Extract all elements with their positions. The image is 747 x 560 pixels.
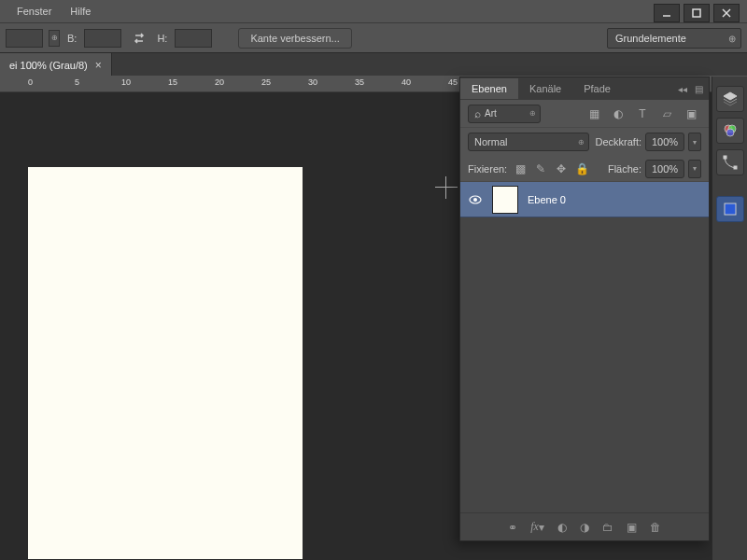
height-input[interactable] — [175, 29, 212, 48]
group-icon[interactable]: 🗀 — [602, 521, 613, 534]
filter-shape-icon[interactable]: ▱ — [656, 105, 677, 123]
ruler-tick: 45 — [448, 77, 458, 87]
panel-tabs: Ebenen Kanäle Pfade ◂◂ ▤ — [460, 77, 709, 100]
channels-dock-icon[interactable] — [716, 118, 744, 144]
blend-mode-dropdown[interactable]: Normal — [468, 133, 589, 151]
color-dock-icon[interactable] — [716, 196, 744, 222]
fill-dropdown-arrow[interactable]: ▾ — [688, 160, 701, 178]
layer-thumbnail[interactable] — [492, 186, 518, 214]
document-canvas[interactable] — [28, 167, 303, 559]
opacity-dropdown-arrow[interactable]: ▾ — [688, 133, 701, 151]
ruler-tick: 0 — [28, 77, 33, 87]
layer-list: Ebene 0 — [460, 182, 709, 512]
ruler-tick: 10 — [121, 77, 131, 87]
opacity-label: Deckkraft: — [595, 136, 641, 147]
ruler-tick: 40 — [402, 77, 411, 87]
filter-type-label: Art — [485, 108, 497, 119]
opacity-value: 100% — [652, 136, 678, 147]
filter-adjustment-icon[interactable]: ◐ — [608, 105, 628, 123]
filter-type-dropdown[interactable]: Art — [468, 105, 541, 123]
options-bar: ⊕ B: H: Kante verbessern... Grundelement… — [0, 22, 747, 53]
tab-channels[interactable]: Kanäle — [518, 78, 572, 99]
dropdown-arrow-icon[interactable]: ⊕ — [49, 30, 60, 47]
visibility-eye-icon[interactable] — [468, 192, 483, 207]
preset-label: Grundelemente — [615, 33, 686, 44]
filter-type-icon[interactable]: T — [632, 105, 653, 123]
right-dock — [712, 77, 747, 560]
close-button[interactable] — [713, 4, 740, 22]
panel-collapse-icon[interactable]: ◂◂ — [676, 82, 689, 96]
document-tab[interactable]: ei 100% (Grau/8) × — [0, 53, 112, 76]
layer-name[interactable]: Ebene 0 — [528, 194, 566, 205]
layers-dock-icon[interactable] — [716, 86, 744, 112]
refine-edge-button[interactable]: Kante verbessern... — [238, 28, 351, 49]
fill-label: Fläche: — [608, 163, 641, 175]
ruler-tick: 20 — [215, 77, 224, 87]
filter-pixel-icon[interactable]: ▦ — [584, 105, 604, 123]
svg-point-5 — [473, 198, 477, 202]
document-tab-title: ei 100% (Grau/8) — [9, 60, 88, 71]
fx-icon[interactable]: fx▾ — [530, 520, 544, 534]
blend-row: Normal Deckkraft: 100% ▾ — [460, 128, 709, 156]
ruler-tick: 15 — [168, 77, 177, 87]
svg-rect-1 — [693, 9, 700, 17]
link-layers-icon[interactable]: ⚭ — [508, 521, 517, 534]
minimize-button[interactable] — [654, 4, 680, 22]
ruler-tick: 35 — [355, 77, 364, 87]
mask-icon[interactable]: ◐ — [557, 521, 567, 534]
height-label: H: — [157, 33, 167, 44]
tab-layers[interactable]: Ebenen — [460, 78, 518, 99]
opacity-input[interactable]: 100% — [645, 133, 684, 151]
lock-pixels-icon[interactable]: ✎ — [533, 161, 548, 176]
blend-mode-label: Normal — [474, 136, 507, 147]
ruler-tick: 5 — [75, 77, 79, 87]
lock-transparency-icon[interactable]: ▩ — [513, 161, 528, 176]
filter-smart-icon[interactable]: ▣ — [681, 105, 701, 123]
close-tab-icon[interactable]: × — [95, 59, 102, 72]
paths-dock-icon[interactable] — [716, 149, 744, 175]
delete-layer-icon[interactable]: 🗑 — [650, 521, 661, 534]
svg-point-8 — [726, 129, 734, 136]
svg-rect-11 — [725, 203, 736, 215]
layer-filter-row: Art ▦ ◐ T ▱ ▣ — [460, 100, 709, 128]
layer-row[interactable]: Ebene 0 — [460, 182, 709, 217]
svg-rect-10 — [734, 166, 737, 169]
width-input[interactable] — [84, 29, 121, 48]
document-tabstrip: ei 100% (Grau/8) × — [0, 53, 747, 76]
lock-label: Fixieren: — [468, 163, 507, 175]
unknown-value-1[interactable] — [6, 29, 43, 48]
panel-menu-icon[interactable]: ▤ — [693, 82, 705, 96]
lock-row: Fixieren: ▩ ✎ ✥ 🔒 Fläche: 100% ▾ — [460, 156, 709, 182]
lock-all-icon[interactable]: 🔒 — [574, 161, 589, 176]
panel-footer: ⚭ fx▾ ◐ ◑ 🗀 ▣ 🗑 — [460, 512, 709, 540]
width-label: B: — [67, 33, 77, 44]
crosshair-cursor-icon — [435, 176, 458, 199]
menu-window[interactable]: Fenster — [7, 2, 61, 21]
svg-rect-9 — [724, 156, 726, 159]
tab-paths[interactable]: Pfade — [572, 78, 622, 99]
menu-help[interactable]: Hilfe — [61, 2, 100, 21]
new-layer-icon[interactable]: ▣ — [627, 521, 637, 534]
fill-value: 100% — [652, 163, 678, 175]
ruler-tick: 30 — [308, 77, 317, 87]
swap-icon[interactable] — [129, 32, 149, 45]
layers-panel: Ebenen Kanäle Pfade ◂◂ ▤ Art ▦ ◐ T ▱ ▣ N… — [459, 77, 710, 541]
lock-position-icon[interactable]: ✥ — [554, 161, 569, 176]
adjustment-icon[interactable]: ◑ — [580, 521, 589, 534]
ruler-tick: 25 — [261, 77, 271, 87]
menubar: Fenster Hilfe — [0, 0, 747, 22]
preset-dropdown[interactable]: Grundelemente — [607, 28, 741, 49]
maximize-button[interactable] — [684, 4, 710, 22]
fill-input[interactable]: 100% — [645, 160, 684, 178]
